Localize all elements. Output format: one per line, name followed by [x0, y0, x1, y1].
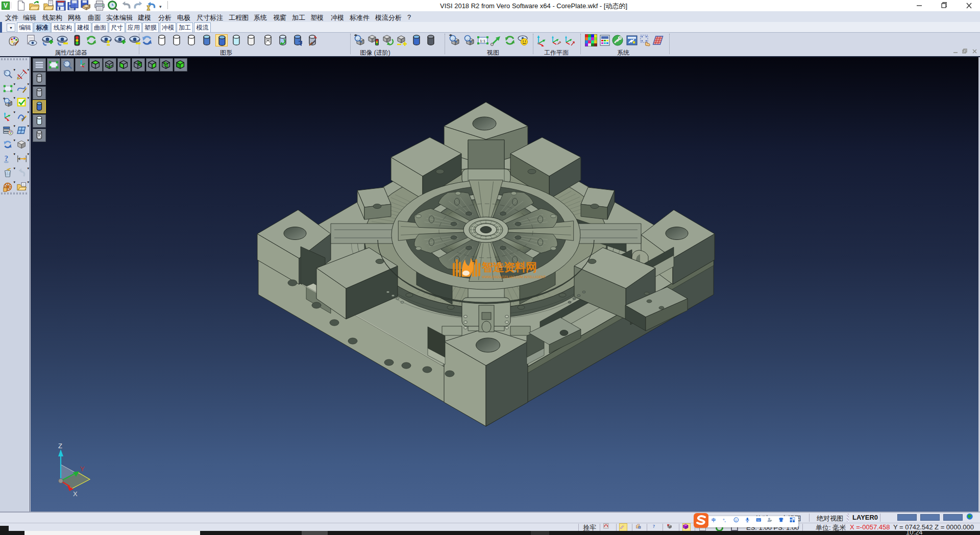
- svg-text:中: 中: [712, 518, 716, 523]
- svg-text:?: ?: [653, 524, 655, 529]
- svg-text:°,: °,: [723, 518, 725, 523]
- svg-text:X: X: [73, 490, 78, 498]
- svg-text:WWW.ZHIZAOZILIAO.COM INTELLIGE: WWW.ZHIZAOZILIAO.COM INTELLIGENT: [482, 275, 546, 279]
- svg-text:?: ?: [5, 154, 8, 162]
- svg-text:Y: Y: [80, 465, 85, 473]
- svg-text:Z: Z: [58, 442, 62, 450]
- svg-text:智造资料网: 智造资料网: [481, 261, 537, 274]
- svg-text:1:1: 1:1: [480, 39, 486, 43]
